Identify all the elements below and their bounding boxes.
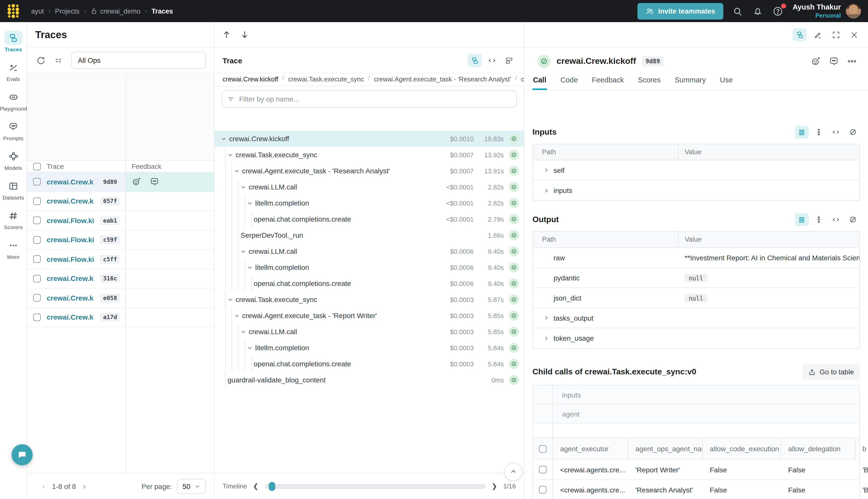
tab-scores[interactable]: Scores [637, 73, 661, 90]
sidebar-item-evals[interactable]: Evals [0, 57, 27, 86]
chevron-down-icon[interactable] [246, 199, 254, 207]
add-reaction-icon[interactable] [811, 56, 821, 66]
help-icon[interactable] [772, 5, 784, 16]
invite-teammates-button[interactable]: Invite teammates [637, 3, 723, 19]
avatar[interactable] [846, 3, 861, 19]
chevron-down-icon[interactable] [226, 295, 234, 304]
tree-row[interactable]: crewai.LLM.call$0.00069.40s [214, 243, 524, 259]
trace-table-row[interactable]: crewai.Flow.kickoffc59f [27, 230, 214, 250]
tree-row[interactable]: crewai.LLM.call<$0.00012.82s [214, 179, 524, 195]
trace-view-icon[interactable] [793, 28, 807, 41]
chevron-down-icon[interactable] [226, 151, 234, 159]
sidebar-item-scorers[interactable]: Scorers [0, 205, 27, 235]
tree-row[interactable]: crewai.LLM.call$0.00035.85s [214, 324, 524, 340]
trace-table-row[interactable]: crewai.Flow.kickoffc5ff [27, 250, 214, 269]
bell-icon[interactable] [753, 5, 764, 16]
kv-row-pydantic[interactable]: pydanticnull [533, 268, 859, 288]
timeline-slider[interactable] [264, 484, 485, 489]
comment-icon[interactable] [829, 56, 839, 66]
trace-link[interactable]: crewai.Crew.kickoff [47, 294, 94, 302]
row-checkbox[interactable] [539, 486, 546, 494]
more-menu-icon[interactable] [847, 56, 857, 66]
tab-summary[interactable]: Summary [674, 73, 706, 90]
call-tab-2[interactable]: crewai.Agent.execute_task - 'Research An… [374, 74, 511, 86]
list-view-icon[interactable] [795, 213, 809, 226]
refresh-icon[interactable] [35, 55, 46, 66]
breadcrumb-item-traces[interactable]: Traces [151, 7, 173, 15]
row-checkbox[interactable] [539, 466, 546, 473]
next-page-icon[interactable]: › [76, 481, 93, 491]
tab-use[interactable]: Use [719, 73, 733, 90]
tree-row[interactable]: litellm.completion<$0.00012.82s [214, 195, 524, 211]
search-icon[interactable] [732, 5, 743, 16]
tree-row[interactable]: guardrail-validate_blog_content0ms [214, 372, 524, 388]
sidebar-item-datasets[interactable]: Datasets [0, 175, 27, 205]
chevron-down-icon[interactable] [233, 167, 240, 175]
trace-table-row[interactable]: crewai.Flow.kickoffeab1 [27, 211, 214, 230]
trace-table-row[interactable]: crewai.Crew.kickoff657f [27, 192, 214, 211]
chevron-down-icon[interactable] [233, 312, 240, 320]
chevron-right-icon[interactable] [542, 314, 550, 322]
row-checkbox[interactable] [33, 197, 41, 205]
kv-row-raw[interactable]: raw**Investment Report: AI in Chemical a… [533, 248, 859, 268]
op-filter-input[interactable]: Filter by op name... [222, 90, 517, 108]
tree-row[interactable]: SerperDevTool._run1.66s [214, 227, 524, 243]
sidebar-item-models[interactable]: Models [0, 146, 27, 175]
chevron-down-icon[interactable] [239, 247, 247, 255]
expand-values-icon[interactable] [812, 213, 826, 226]
tree-row[interactable]: litellm.completion$0.00069.40s [214, 259, 524, 276]
child-table-row[interactable]: <crewai.agents.cre...'Report Writer'Fals… [533, 460, 859, 480]
trace-link[interactable]: crewai.Flow.kickoff [47, 217, 94, 224]
row-checkbox[interactable] [33, 256, 41, 263]
trace-table-row[interactable]: crewai.Crew.kickoffa17d [27, 308, 214, 327]
user-menu[interactable]: Ayush Thakur Personal [793, 3, 861, 19]
chevron-down-icon[interactable] [239, 328, 247, 336]
go-to-table-button[interactable]: Go to table [802, 364, 860, 380]
tree-view-icon[interactable] [468, 54, 482, 67]
trace-table-row[interactable]: crewai.Crew.kickoff316c [27, 269, 214, 289]
select-all-checkbox[interactable] [539, 445, 546, 452]
wandb-logo-icon[interactable] [7, 4, 20, 18]
code-view-icon[interactable] [829, 213, 843, 226]
chevron-right-icon[interactable] [542, 166, 550, 174]
kv-row-json_dict[interactable]: json_dictnull [533, 288, 859, 308]
sidebar-item-more[interactable]: More [0, 235, 27, 264]
row-checkbox[interactable] [33, 178, 41, 186]
hide-values-icon[interactable] [846, 126, 860, 139]
row-checkbox[interactable] [33, 275, 41, 282]
trace-link[interactable]: crewai.Crew.kickoff [47, 197, 94, 205]
row-checkbox[interactable] [33, 217, 41, 224]
trace-table-row[interactable]: crewai.Crew.kickoff9d89 [27, 172, 214, 192]
kv-row-token_usage[interactable]: token_usage [533, 328, 859, 348]
arrow-down-icon[interactable] [239, 30, 250, 40]
tree-row[interactable]: openai.chat.completions.create$0.00069.4… [214, 276, 524, 291]
flame-graph-icon[interactable] [502, 54, 516, 67]
select-all-checkbox[interactable] [33, 162, 41, 170]
edit-icon[interactable] [811, 28, 825, 41]
trace-link[interactable]: crewai.Crew.kickoff [47, 178, 94, 186]
chevron-down-icon[interactable] [246, 263, 254, 271]
fullscreen-icon[interactable] [829, 28, 843, 41]
tree-row[interactable]: crewai.Task.execute_sync$0.00035.87s [214, 291, 524, 307]
child-table-row[interactable]: <crewai.agents.cre...'Research Analyst'F… [533, 480, 859, 499]
tree-row[interactable]: crewai.Agent.execute_task - 'Research An… [214, 163, 524, 179]
chevron-down-icon[interactable] [246, 344, 254, 352]
scroll-top-button[interactable] [504, 463, 522, 481]
chevron-down-icon[interactable] [239, 183, 247, 191]
trace-link[interactable]: crewai.Flow.kickoff [47, 236, 94, 244]
hide-values-icon[interactable] [846, 213, 860, 226]
code-view-icon[interactable] [485, 54, 499, 67]
tree-row[interactable]: openai.chat.completions.create$0.00035.8… [214, 356, 524, 372]
sort-filter-icon[interactable] [53, 55, 64, 66]
comment-icon[interactable] [150, 177, 160, 187]
row-checkbox[interactable] [33, 236, 41, 244]
close-icon[interactable] [847, 28, 861, 41]
kv-row-tasks_output[interactable]: tasks_output [533, 308, 859, 328]
trace-link[interactable]: crewai.Crew.kickoff [47, 275, 94, 283]
row-checkbox[interactable] [33, 294, 41, 302]
breadcrumb-item-ayut[interactable]: ayut [31, 7, 44, 15]
trace-table-row[interactable]: crewai.Crew.kickoffe058 [27, 289, 214, 308]
chevron-down-icon[interactable] [220, 135, 227, 143]
list-view-icon[interactable] [795, 126, 809, 139]
tree-row[interactable]: crewai.Agent.execute_task - 'Report Writ… [214, 307, 524, 324]
